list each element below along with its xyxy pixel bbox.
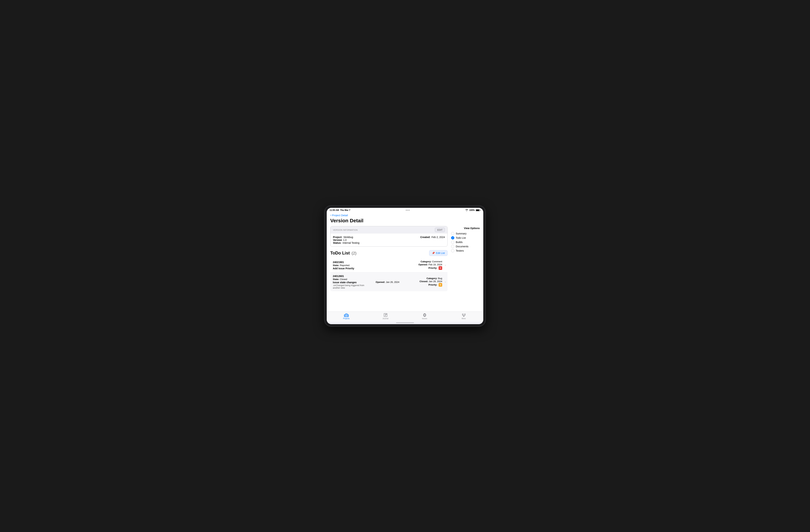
svg-rect-1 xyxy=(344,315,346,317)
view-option-label-testers: Testers xyxy=(456,249,464,252)
project-field: Project: Stinkbug xyxy=(333,236,389,239)
todo-item-opened-mid-2: Opened: Jan 26, 2024 xyxy=(369,280,406,284)
project-value: Stinkbug xyxy=(343,236,353,239)
todo-item-priority-1: Priority: H xyxy=(406,266,442,270)
view-option-label-builds: Builds xyxy=(456,241,463,244)
wifi-icon xyxy=(465,209,468,211)
radio-documents[interactable] xyxy=(451,245,454,248)
view-option-todolist[interactable]: ✓ Todo List xyxy=(451,236,480,240)
todo-item-id-1: 24021901 xyxy=(333,261,369,263)
todo-item-left-1: 24021901 State: Reported Add Issue Prior… xyxy=(333,261,369,270)
tab-issues[interactable]: Issues xyxy=(405,313,444,320)
todo-item-title-1: Add Issue Priority xyxy=(333,267,369,270)
tab-journal-label: Journal xyxy=(383,318,388,320)
home-indicator xyxy=(327,322,483,324)
svg-point-10 xyxy=(464,314,466,315)
tab-bar: Projects Journal Issu xyxy=(327,311,483,322)
todo-item-closed-2: Closed: Jan 29, 2024 xyxy=(406,280,442,283)
page-title: Version Detail xyxy=(330,218,480,224)
chevron-right-icon-2: › xyxy=(445,280,446,284)
more-icon xyxy=(461,313,466,317)
status-center-dots xyxy=(406,210,409,210)
back-chevron-icon: ‹ xyxy=(330,213,331,217)
tab-issues-label: Issues xyxy=(422,318,427,320)
version-field: Version 1.0 xyxy=(333,239,389,241)
project-field-col1: Project: Stinkbug Version 1.0 Status: In… xyxy=(333,236,389,244)
view-option-testers[interactable]: Testers xyxy=(451,248,480,253)
view-option-summary[interactable]: Summary xyxy=(451,231,480,236)
dot-3 xyxy=(409,210,409,210)
view-options-title: View Options xyxy=(451,227,480,230)
status-bar: 11:55 AM Thu Mar 7 100% xyxy=(327,208,483,212)
todo-item-desc-2: .onChanged being triggered from another … xyxy=(333,284,369,289)
tab-projects[interactable]: Projects xyxy=(327,313,366,320)
svg-point-8 xyxy=(425,315,426,315)
issues-icon xyxy=(423,313,427,317)
dot-1 xyxy=(406,210,407,210)
battery-icon xyxy=(476,209,481,211)
todo-title-group: ToDo List (2) xyxy=(330,251,356,256)
radio-todolist[interactable]: ✓ xyxy=(451,236,454,240)
dot-2 xyxy=(407,210,408,210)
battery-fill xyxy=(476,210,479,211)
view-option-label-todolist: Todo List xyxy=(456,237,466,239)
edit-list-button[interactable]: 📌 Edit List xyxy=(429,250,448,256)
radio-builds[interactable] xyxy=(451,241,454,244)
main-content: ‹ Project Detail Version Detail VERSION … xyxy=(327,212,483,311)
created-field-col2: Created: Feb 2, 2024 xyxy=(389,236,445,244)
todo-count: (2) xyxy=(352,251,356,255)
tab-journal[interactable]: Journal xyxy=(366,313,405,320)
svg-point-6 xyxy=(424,316,425,317)
priority-badge-h: H xyxy=(439,266,442,270)
back-label[interactable]: Project Detail xyxy=(332,214,348,217)
pin-icon: 📌 xyxy=(432,252,435,255)
version-section-title: VERSION INFORMATION xyxy=(333,229,358,231)
view-option-label-summary: Summary xyxy=(456,232,467,235)
ipad-frame: 11:55 AM Thu Mar 7 100% xyxy=(325,206,485,326)
todo-item[interactable]: 24021901 State: Reported Add Issue Prior… xyxy=(330,258,448,273)
tab-more-label: More xyxy=(461,318,466,320)
todo-item-priority-2: Priority: N xyxy=(406,283,442,287)
todo-list: 24021901 State: Reported Add Issue Prior… xyxy=(330,258,448,291)
projects-icon xyxy=(344,313,349,317)
status-time: 11:55 AM Thu Mar 7 xyxy=(329,209,350,211)
status-right: 100% xyxy=(465,209,481,211)
version-card-header: VERSION INFORMATION EDIT xyxy=(330,226,447,233)
edit-list-label: Edit List xyxy=(436,252,445,255)
tab-more[interactable]: More xyxy=(444,313,483,320)
status-label: Status: xyxy=(333,241,341,244)
svg-rect-2 xyxy=(346,315,349,317)
status-value: Internal Testing xyxy=(342,241,359,244)
radio-summary[interactable] xyxy=(451,232,454,235)
created-label: Created: xyxy=(420,236,431,239)
todo-item-2[interactable]: 24012601 State: Closed Issue state chang… xyxy=(330,273,448,291)
svg-point-9 xyxy=(462,314,463,315)
created-value: Feb 2, 2024 xyxy=(432,236,445,239)
main-column: VERSION INFORMATION EDIT Project: Stinkb… xyxy=(330,226,448,291)
version-value: 1.0 xyxy=(343,239,346,241)
version-label: Version xyxy=(333,239,342,241)
back-navigation[interactable]: ‹ Project Detail xyxy=(330,212,480,218)
todo-item-state-1: State: Reported xyxy=(333,264,369,267)
svg-point-7 xyxy=(424,315,424,315)
view-option-documents[interactable]: Documents xyxy=(451,244,480,248)
view-option-label-documents: Documents xyxy=(456,245,468,248)
edit-version-button[interactable]: EDIT xyxy=(435,228,445,232)
tab-projects-label: Projects xyxy=(343,318,350,320)
home-bar xyxy=(396,322,414,323)
view-option-builds[interactable]: Builds xyxy=(451,240,480,244)
created-field: Created: Feb 2, 2024 xyxy=(389,236,445,239)
todo-item-right-2: Category: Bug Closed: Jan 29, 2024 Prior… xyxy=(406,277,445,287)
journal-icon xyxy=(384,313,388,317)
todo-item-category-2: Category: Bug xyxy=(406,277,442,280)
svg-point-5 xyxy=(424,313,425,314)
todo-title: ToDo List xyxy=(330,251,350,255)
todo-item-right-1: Category: Comment Opened: Feb 19, 2024 P… xyxy=(406,260,445,270)
radio-testers[interactable] xyxy=(451,249,454,252)
battery-percent: 100% xyxy=(469,209,475,211)
date-display: Thu Mar 7 xyxy=(340,209,350,211)
radio-check-icon: ✓ xyxy=(452,237,454,239)
chevron-right-icon-1: › xyxy=(445,263,446,267)
battery-tip xyxy=(480,210,481,211)
todo-item-title-2: Issue state changes xyxy=(333,281,369,284)
